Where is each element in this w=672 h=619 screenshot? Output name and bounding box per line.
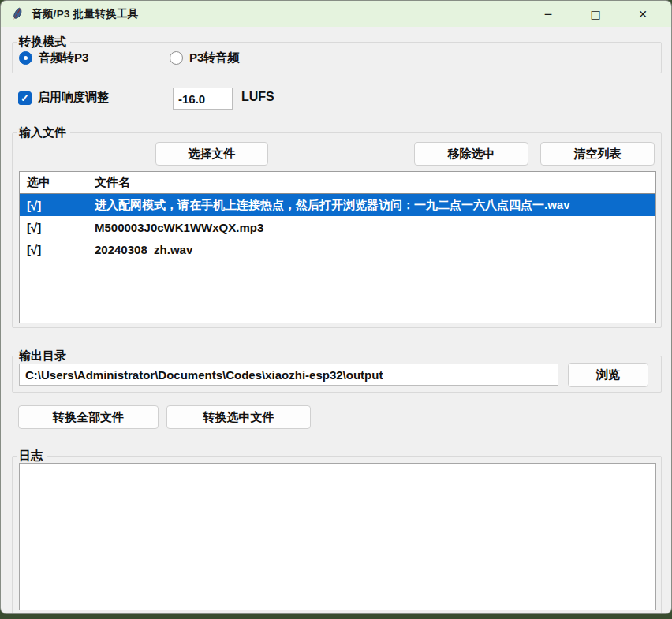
maximize-icon[interactable]: □ (572, 1, 619, 27)
radio-p3-to-audio-label: P3转音频 (189, 50, 239, 65)
select-files-button[interactable]: 选择文件 (155, 142, 268, 166)
app-window: 音频/P3 批量转换工具 ─ □ ✕ 转换模式 音频转P3 P3转音频 ✓ 启用… (0, 0, 672, 614)
row-checked-cell[interactable]: [√] (20, 221, 77, 234)
row-filename-cell[interactable]: 进入配网模式，请在手机上连接热点，然后打开浏览器访问：一九二点一六八点四点一.w… (77, 198, 655, 213)
table-row[interactable]: [√] 20240308_zh.wav (20, 238, 655, 260)
app-icon (11, 7, 24, 21)
file-table-header: 选中 文件名 (20, 172, 655, 194)
row-filename-cell[interactable]: 20240308_zh.wav (77, 243, 655, 256)
table-row[interactable]: [√] 进入配网模式，请在手机上连接热点，然后打开浏览器访问：一九二点一六八点四… (20, 194, 655, 216)
loudness-checkbox[interactable]: ✓ (18, 91, 32, 105)
log-group: 日志 (12, 456, 662, 614)
file-table: 选中 文件名 [√] 进入配网模式，请在手机上连接热点，然后打开浏览器访问：一九… (19, 171, 656, 323)
output-path-input[interactable] (19, 364, 558, 386)
minimize-icon[interactable]: ─ (525, 1, 572, 27)
mode-radio-row: 音频转P3 P3转音频 (19, 43, 655, 73)
output-dir-group: 输出目录 浏览 (12, 356, 662, 393)
clear-list-button[interactable]: 清空列表 (540, 142, 655, 166)
conversion-mode-group: 转换模式 音频转P3 P3转音频 (12, 42, 662, 73)
row-filename-cell[interactable]: M500003J0cWK1WWxQX.mp3 (77, 221, 655, 234)
log-textarea[interactable] (19, 463, 656, 610)
input-files-label: 输入文件 (17, 125, 70, 140)
lufs-unit-label: LUFS (241, 90, 274, 104)
column-header-filename[interactable]: 文件名 (77, 172, 655, 193)
table-row[interactable]: [√] M500003J0cWK1WWxQX.mp3 (20, 216, 655, 238)
title-bar: 音频/P3 批量转换工具 ─ □ ✕ (1, 1, 671, 27)
browse-button[interactable]: 浏览 (568, 363, 648, 387)
radio-selected-icon[interactable] (19, 51, 32, 65)
lufs-value-input[interactable] (173, 88, 233, 110)
radio-audio-to-p3[interactable]: 音频转P3 (19, 43, 88, 73)
window-controls: ─ □ ✕ (525, 1, 671, 27)
output-dir-label: 输出目录 (17, 348, 70, 364)
radio-p3-to-audio[interactable]: P3转音频 (170, 43, 239, 73)
radio-audio-to-p3-label: 音频转P3 (39, 50, 88, 65)
row-checked-cell[interactable]: [√] (20, 199, 77, 212)
log-label: 日志 (17, 448, 47, 464)
close-icon[interactable]: ✕ (619, 1, 666, 27)
radio-unselected-icon[interactable] (170, 51, 183, 65)
loudness-checkbox-label[interactable]: 启用响度调整 (38, 90, 109, 105)
window-title: 音频/P3 批量转换工具 (32, 7, 139, 21)
remove-selected-button[interactable]: 移除选中 (414, 142, 528, 166)
convert-selected-button[interactable]: 转换选中文件 (166, 405, 311, 429)
row-checked-cell[interactable]: [√] (20, 243, 77, 256)
convert-all-button[interactable]: 转换全部文件 (18, 405, 159, 429)
action-row: 转换全部文件 转换选中文件 (18, 405, 662, 429)
column-header-checked[interactable]: 选中 (20, 172, 77, 193)
input-files-group: 输入文件 选择文件 移除选中 清空列表 选中 文件名 [√] 进入配网模式，请在… (12, 132, 662, 328)
loudness-row: ✓ 启用响度调整 LUFS (18, 88, 662, 110)
